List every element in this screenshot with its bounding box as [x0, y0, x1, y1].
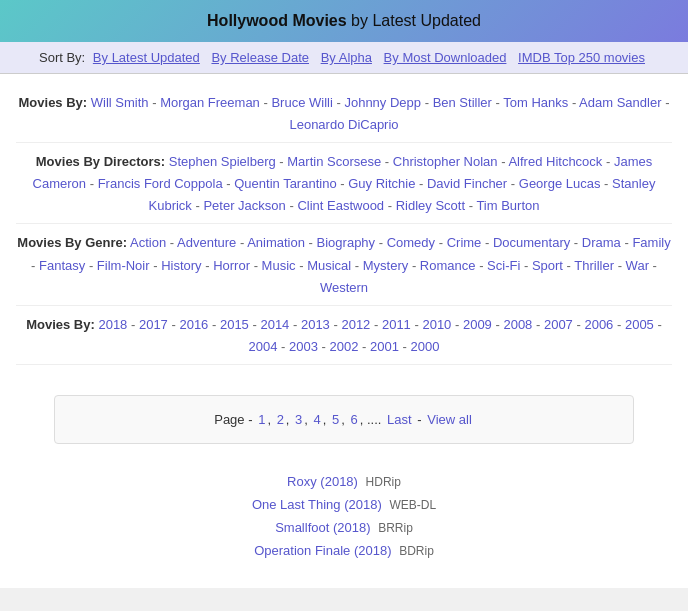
- actor-leonardo-dicaprio[interactable]: Leonardo DiCaprio: [289, 117, 398, 132]
- year-2012[interactable]: 2012: [341, 317, 370, 332]
- genre-scifi[interactable]: Sci-Fi: [487, 258, 520, 273]
- actor-bruce-willi[interactable]: Bruce Willi: [271, 95, 332, 110]
- director-burton[interactable]: Tim Burton: [476, 198, 539, 213]
- genre-history[interactable]: History: [161, 258, 201, 273]
- pagination-box: Page - 1, 2, 3, 4, 5, 6, .... Last - Vie…: [54, 395, 634, 444]
- year-2001[interactable]: 2001: [370, 339, 399, 354]
- director-hitchcock[interactable]: Alfred Hitchcock: [508, 154, 602, 169]
- page-last[interactable]: Last: [387, 412, 412, 427]
- year-list: 2018 - 2017 - 2016 - 2015 - 2014 - 2013 …: [98, 317, 661, 354]
- year-2008[interactable]: 2008: [503, 317, 532, 332]
- spacer: [16, 365, 672, 379]
- genre-sport[interactable]: Sport: [532, 258, 563, 273]
- movie-roxy[interactable]: Roxy (2018): [287, 474, 358, 489]
- actor-will-smith[interactable]: Will Smith: [91, 95, 149, 110]
- actor-ben-stiller[interactable]: Ben Stiller: [433, 95, 492, 110]
- director-coppola[interactable]: Francis Ford Coppola: [98, 176, 223, 191]
- page-label: Page -: [214, 412, 252, 427]
- actor-adam-sandler[interactable]: Adam Sandler: [579, 95, 661, 110]
- year-2011[interactable]: 2011: [382, 317, 411, 332]
- director-fincher[interactable]: David Fincher: [427, 176, 507, 191]
- sort-most-downloaded[interactable]: By Most Downloaded: [384, 50, 507, 65]
- page-3[interactable]: 3: [295, 412, 302, 427]
- page-2[interactable]: 2: [277, 412, 284, 427]
- sort-release-date[interactable]: By Release Date: [211, 50, 309, 65]
- year-2016[interactable]: 2016: [179, 317, 208, 332]
- directors-label: Movies By Directors:: [36, 154, 165, 169]
- year-2014[interactable]: 2014: [260, 317, 289, 332]
- genre-animation[interactable]: Animation: [247, 235, 305, 250]
- year-2017[interactable]: 2017: [139, 317, 168, 332]
- sort-alpha[interactable]: By Alpha: [321, 50, 372, 65]
- year-2015[interactable]: 2015: [220, 317, 249, 332]
- movie-item: Roxy (2018) HDRip: [16, 474, 672, 489]
- year-2007[interactable]: 2007: [544, 317, 573, 332]
- movie-one-last-thing[interactable]: One Last Thing (2018): [252, 497, 382, 512]
- director-scott[interactable]: Ridley Scott: [396, 198, 465, 213]
- page-view-all[interactable]: View all: [427, 412, 472, 427]
- year-2013[interactable]: 2013: [301, 317, 330, 332]
- genre-crime[interactable]: Crime: [447, 235, 482, 250]
- sort-bar: Sort By: By Latest Updated By Release Da…: [0, 42, 688, 74]
- director-jackson[interactable]: Peter Jackson: [203, 198, 285, 213]
- year-2002[interactable]: 2002: [330, 339, 359, 354]
- director-tarantino[interactable]: Quentin Tarantino: [234, 176, 336, 191]
- genre-war[interactable]: War: [626, 258, 649, 273]
- movies-by-actors-section: Movies By: Will Smith - Morgan Freeman -…: [16, 84, 672, 143]
- genre-family[interactable]: Family: [632, 235, 670, 250]
- movies-by-genre-section: Movies By Genre: Action - Adventure - An…: [16, 224, 672, 305]
- year-2018[interactable]: 2018: [98, 317, 127, 332]
- page-1[interactable]: 1: [258, 412, 265, 427]
- movie-smallfoot-quality: BRRip: [378, 521, 413, 535]
- movies-by-year-section: Movies By: 2018 - 2017 - 2016 - 2015 - 2…: [16, 306, 672, 365]
- director-lucas[interactable]: George Lucas: [519, 176, 601, 191]
- page-4[interactable]: 4: [314, 412, 321, 427]
- year-2003[interactable]: 2003: [289, 339, 318, 354]
- genre-action[interactable]: Action: [130, 235, 166, 250]
- sort-imdb-top250[interactable]: IMDB Top 250 movies: [518, 50, 645, 65]
- page-separator: -: [417, 412, 425, 427]
- movie-roxy-quality: HDRip: [366, 475, 401, 489]
- year-2000[interactable]: 2000: [411, 339, 440, 354]
- genre-drama[interactable]: Drama: [582, 235, 621, 250]
- genre-biography[interactable]: Biography: [317, 235, 376, 250]
- movie-one-last-thing-quality: WEB-DL: [389, 498, 436, 512]
- genre-filmnoir[interactable]: Film-Noir: [97, 258, 150, 273]
- genre-mystery[interactable]: Mystery: [363, 258, 409, 273]
- genre-romance[interactable]: Romance: [420, 258, 476, 273]
- director-eastwood[interactable]: Clint Eastwood: [297, 198, 384, 213]
- genre-fantasy[interactable]: Fantasy: [39, 258, 85, 273]
- genre-thriller[interactable]: Thriller: [574, 258, 614, 273]
- genre-musical[interactable]: Musical: [307, 258, 351, 273]
- genre-list: Action - Adventure - Animation - Biograp…: [31, 235, 671, 294]
- header-title: Hollywood Movies: [207, 12, 347, 29]
- movie-item: One Last Thing (2018) WEB-DL: [16, 497, 672, 512]
- year-2010[interactable]: 2010: [422, 317, 451, 332]
- genre-documentary[interactable]: Documentary: [493, 235, 570, 250]
- genre-music[interactable]: Music: [262, 258, 296, 273]
- director-nolan[interactable]: Christopher Nolan: [393, 154, 498, 169]
- director-spielberg[interactable]: Stephen Spielberg: [169, 154, 276, 169]
- sort-label: Sort By:: [39, 50, 89, 65]
- movies-by-label: Movies By:: [19, 95, 88, 110]
- actor-johnny-depp[interactable]: Johnny Depp: [344, 95, 421, 110]
- year-2006[interactable]: 2006: [584, 317, 613, 332]
- director-scorsese[interactable]: Martin Scorsese: [287, 154, 381, 169]
- year-2005[interactable]: 2005: [625, 317, 654, 332]
- genre-adventure[interactable]: Adventure: [177, 235, 236, 250]
- director-ritchie[interactable]: Guy Ritchie: [348, 176, 415, 191]
- sort-latest-updated[interactable]: By Latest Updated: [93, 50, 200, 65]
- year-2004[interactable]: 2004: [249, 339, 278, 354]
- movie-item: Operation Finale (2018) BDRip: [16, 543, 672, 558]
- page-6[interactable]: 6: [351, 412, 358, 427]
- year-2009[interactable]: 2009: [463, 317, 492, 332]
- actor-tom-hanks[interactable]: Tom Hanks: [503, 95, 568, 110]
- page-5[interactable]: 5: [332, 412, 339, 427]
- movie-operation-finale[interactable]: Operation Finale (2018): [254, 543, 391, 558]
- movie-smallfoot[interactable]: Smallfoot (2018): [275, 520, 370, 535]
- genre-horror[interactable]: Horror: [213, 258, 250, 273]
- actor-morgan-freeman[interactable]: Morgan Freeman: [160, 95, 260, 110]
- movie-item: Smallfoot (2018) BRRip: [16, 520, 672, 535]
- genre-western[interactable]: Western: [320, 280, 368, 295]
- genre-comedy[interactable]: Comedy: [387, 235, 435, 250]
